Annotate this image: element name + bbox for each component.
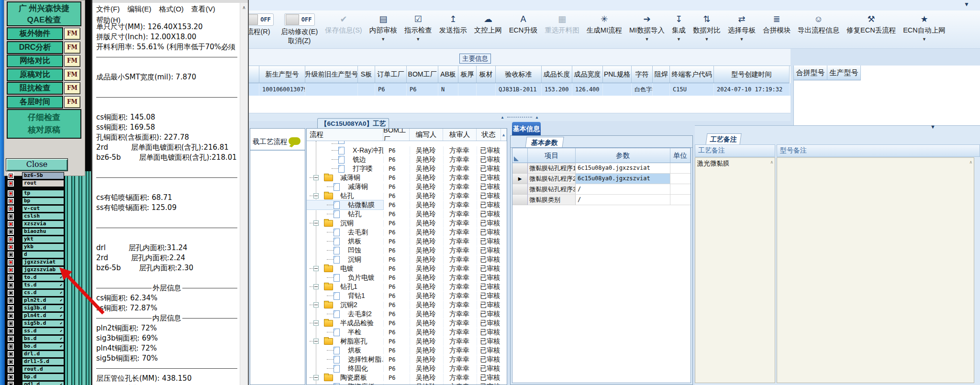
- table-header-cell[interactable]: BOM工厂: [407, 66, 438, 83]
- tree-row[interactable]: 钻微黏膜P6吴艳玲方幸幸已审核: [307, 200, 507, 209]
- toolbar-button-printer[interactable]: ▤内部审核▼: [369, 13, 397, 44]
- table-cell[interactable]: [458, 83, 477, 96]
- layer-checkbox[interactable]: [8, 297, 14, 304]
- toolbar-button-star[interactable]: ★ECN自动上网▼: [903, 13, 946, 44]
- layer-checkbox[interactable]: [8, 290, 14, 296]
- layer-label[interactable]: biaozhu: [22, 228, 64, 235]
- table-cell[interactable]: 2024-07-10 17:19:32: [714, 83, 790, 96]
- table-header-cell[interactable]: 终端客户代码: [670, 66, 714, 83]
- table-cell[interactable]: 153.200: [542, 83, 572, 96]
- params-header-1[interactable]: 项目: [528, 148, 576, 163]
- tree-flow-cell[interactable]: 树脂塞孔: [307, 337, 383, 346]
- model-table-row[interactable]: 10010600130795P6P6NQJ831B-2011153.200126…: [249, 83, 791, 96]
- table-cell[interactable]: [249, 83, 259, 96]
- layer-label[interactable]: cslsh: [22, 213, 64, 220]
- fm-button[interactable]: FM: [64, 28, 80, 40]
- layer-checkbox[interactable]: [8, 267, 14, 273]
- notepad-text-area[interactable]: 单只尺寸(MM): 126.40X153.20拼版尺寸(Inch): 12.00…: [92, 22, 240, 385]
- table-header-cell[interactable]: 订单工厂: [375, 66, 407, 83]
- tree-flow-cell[interactable]: 电镀: [307, 264, 383, 273]
- layer-label[interactable]: rout.d: [22, 366, 64, 373]
- tree-sort-zone[interactable]: ▲: [501, 129, 507, 141]
- toolbar-button-gears[interactable]: ✳生成MI流程: [587, 13, 622, 44]
- tree-row[interactable]: 铣边P6吴艳玲方幸幸已审核: [307, 155, 507, 164]
- tree-flow-cell[interactable]: 烘板: [307, 346, 383, 355]
- dropdown-caret-icon[interactable]: ▼: [416, 35, 420, 44]
- menu-item[interactable]: 编辑(E): [127, 5, 151, 14]
- params-row[interactable]: ▶微黏膜钻孔程序26c15u08ya0.jgxzszviat: [512, 174, 690, 184]
- scroll-up-icon[interactable]: ∧: [240, 3, 248, 10]
- params-row[interactable]: 微黏膜钻孔程序16c15u08ya0.jgxzszviat: [512, 163, 690, 174]
- table-header-cell[interactable]: 字符: [632, 66, 653, 83]
- fm-button[interactable]: FM: [64, 82, 80, 94]
- tree-expand-icon[interactable]: [313, 193, 319, 198]
- toolbar-button-checklist[interactable]: ☑指示检查▼: [404, 13, 432, 44]
- collapse-ribbon-icon[interactable]: ▼: [964, 1, 969, 8]
- table-header-cell[interactable]: AB板: [438, 66, 458, 83]
- tree-flow-cell[interactable]: 凹蚀: [307, 246, 383, 255]
- tree-flow-cell[interactable]: 陶瓷磨板: [307, 373, 383, 382]
- params-row[interactable]: 微黏膜钻孔程序3/: [512, 184, 690, 195]
- tree-row[interactable]: 沉铜P6吴艳玲方幸幸已审核: [307, 255, 507, 264]
- params-header-3[interactable]: 单位: [670, 148, 690, 163]
- layer-label[interactable]: ss.d⬋: [22, 328, 64, 335]
- qae-button-4[interactable]: 原稿对比: [7, 68, 63, 81]
- tree-row[interactable]: 背钻1P6吴艳玲方幸幸已审核: [307, 291, 507, 300]
- table-header-cell[interactable]: 阻焊: [653, 66, 670, 83]
- dropdown-caret-icon[interactable]: ▼: [645, 35, 649, 44]
- tree-flow-cell[interactable]: 钻孔: [307, 209, 383, 219]
- tree-row[interactable]: X-Ray冲孔P6吴艳玲方幸幸已审核: [307, 146, 507, 155]
- table-cell[interactable]: 10010600130795: [259, 83, 305, 96]
- layer-checkbox[interactable]: [8, 259, 14, 265]
- toolbar-toggle[interactable]: OFF流程(R): [249, 13, 274, 36]
- tree-expand-icon[interactable]: [313, 220, 319, 226]
- layer-checkbox[interactable]: [8, 336, 14, 342]
- layer-label[interactable]: drl.d: [22, 351, 64, 358]
- layer-label[interactable]: ykt: [22, 236, 64, 243]
- layer-label[interactable]: bo.d⬋: [22, 343, 64, 350]
- layer-label[interactable]: gd1.d⬋: [22, 381, 64, 385]
- layer-checkbox[interactable]: [8, 374, 14, 380]
- layer-checkbox[interactable]: [8, 343, 14, 350]
- table-header-cell[interactable]: 验收标准: [496, 66, 542, 83]
- layer-checkbox[interactable]: [8, 282, 14, 288]
- dropdown-caret-icon[interactable]: ▼: [677, 35, 681, 44]
- toolbar-button-list[interactable]: ≣合拼模块: [763, 13, 791, 44]
- layer-checkbox[interactable]: [8, 221, 14, 227]
- tree-row[interactable]: 选择性树脂…P6吴艳玲方幸幸已审核: [307, 355, 507, 364]
- row-selector[interactable]: [512, 184, 528, 195]
- tree-flow-cell[interactable]: 半检: [307, 328, 383, 337]
- tree-col-flow[interactable]: 流程: [307, 129, 383, 141]
- param-value-cell[interactable]: /: [576, 184, 670, 195]
- tree-row[interactable]: 半检P6吴艳玲方幸幸已审核: [307, 328, 507, 337]
- splitter-grip[interactable]: [507, 117, 532, 118]
- layer-label[interactable]: bz6-5b: [22, 172, 64, 179]
- toolbar-button-upload[interactable]: ↥发送指示: [439, 13, 467, 44]
- layer-label[interactable]: sig5b.d⬋: [22, 320, 64, 327]
- qae-button-3[interactable]: 网络对比: [7, 55, 63, 67]
- layer-label[interactable]: bp.d: [22, 374, 64, 381]
- table-header-cell[interactable]: 板材: [477, 66, 496, 83]
- table-header-cell[interactable]: 成品长度: [542, 66, 572, 83]
- dropdown-caret-icon[interactable]: ▼: [381, 35, 385, 44]
- layer-checkbox[interactable]: [8, 190, 14, 197]
- toggle-switch[interactable]: OFF: [284, 13, 315, 26]
- toggle-knob[interactable]: [286, 14, 299, 25]
- table-header-cell[interactable]: 型号创建时间: [714, 66, 790, 83]
- layer-checkbox[interactable]: [8, 236, 14, 242]
- speech-bubble-icon[interactable]: [289, 137, 301, 145]
- fm-button[interactable]: FM: [64, 96, 80, 108]
- tab-basic-params[interactable]: 基本参数: [525, 137, 564, 148]
- basic-info-window-title[interactable]: 基本信息: [512, 122, 541, 135]
- qae-button-6[interactable]: 各层时间: [7, 96, 63, 109]
- toolbar-button-download[interactable]: ↧集成▼: [672, 13, 686, 44]
- tree-expand-icon[interactable]: [313, 339, 319, 344]
- row-selector[interactable]: [512, 163, 528, 174]
- tab-main-info[interactable]: 主要信息: [459, 54, 491, 64]
- layer-checkbox[interactable]: [8, 206, 14, 212]
- table-cell[interactable]: C15U: [670, 83, 714, 96]
- toolbar-button-cloud-upload[interactable]: ☁文控上网: [474, 13, 502, 44]
- toolbar-toggle[interactable]: OFF启动修改(E)取消(Z): [281, 13, 318, 45]
- tree-row[interactable]: 半成品检验P6吴艳玲方幸幸已审核: [307, 319, 507, 328]
- fm-button[interactable]: FM: [64, 69, 80, 81]
